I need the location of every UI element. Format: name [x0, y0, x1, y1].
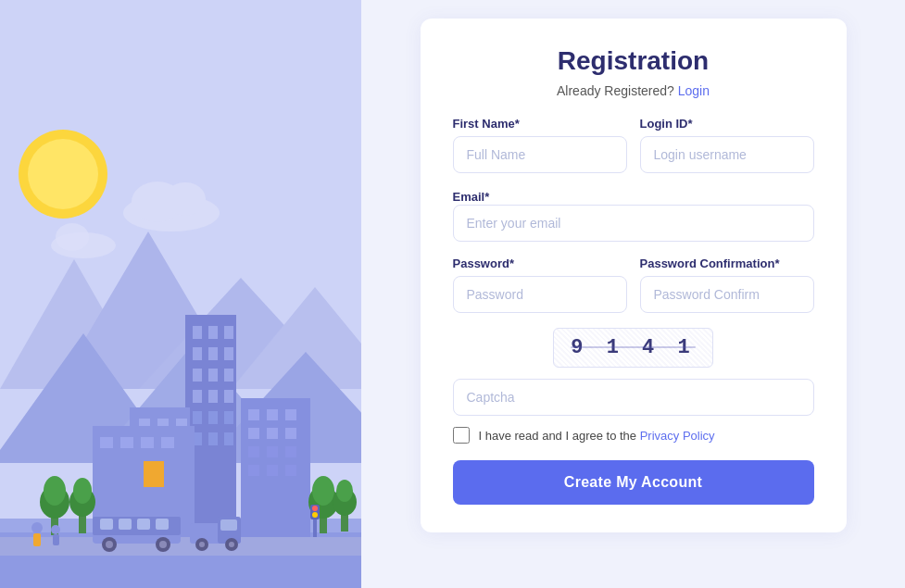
password-confirm-group: Password Confirmation*: [640, 256, 814, 313]
name-login-row: First Name* Login ID*: [453, 117, 814, 173]
svg-point-91: [199, 542, 205, 547]
agree-label: I have read and I agree to the Privacy P…: [479, 429, 715, 443]
captcha-image-area: 9 1 4 1: [453, 328, 814, 368]
svg-point-94: [31, 522, 43, 533]
agree-row: I have read and I agree to the Privacy P…: [453, 427, 814, 444]
svg-rect-36: [224, 432, 233, 445]
svg-rect-82: [156, 519, 169, 530]
login-link[interactable]: Login: [678, 83, 710, 98]
svg-rect-53: [248, 446, 259, 457]
page-title: Registration: [453, 46, 814, 76]
svg-rect-32: [208, 411, 218, 424]
first-name-group: First Name*: [453, 117, 627, 173]
svg-rect-22: [193, 347, 202, 360]
already-registered-text: Already Registered? Login: [453, 83, 814, 98]
registration-form-container: Registration Already Registered? Login F…: [421, 19, 847, 532]
svg-point-7: [56, 223, 89, 251]
svg-rect-24: [224, 347, 233, 360]
svg-rect-48: [267, 409, 278, 420]
svg-rect-47: [248, 409, 259, 420]
svg-rect-25: [193, 369, 202, 382]
svg-rect-23: [208, 347, 218, 360]
svg-rect-30: [224, 390, 233, 403]
svg-rect-64: [161, 437, 174, 448]
svg-point-86: [159, 541, 167, 548]
password-confirm-input[interactable]: [640, 276, 814, 313]
password-row: Password* Password Confirmation*: [453, 256, 814, 313]
captcha-input-group: [453, 379, 814, 416]
svg-rect-21: [224, 326, 233, 339]
password-confirm-label: Password Confirmation*: [640, 256, 814, 270]
svg-rect-50: [248, 428, 259, 439]
svg-rect-56: [248, 465, 259, 476]
captcha-input[interactable]: [453, 379, 814, 416]
captcha-image: 9 1 4 1: [553, 328, 712, 368]
email-group: Email*: [453, 188, 814, 242]
svg-rect-49: [285, 409, 296, 420]
svg-rect-95: [33, 533, 41, 546]
svg-point-73: [312, 476, 334, 506]
svg-point-2: [28, 139, 98, 209]
svg-point-101: [312, 512, 318, 518]
svg-rect-52: [285, 428, 296, 439]
privacy-policy-link[interactable]: Privacy Policy: [640, 429, 715, 443]
svg-rect-61: [100, 437, 113, 448]
svg-rect-81: [137, 519, 150, 530]
login-id-group: Login ID*: [640, 117, 814, 173]
svg-point-5: [165, 182, 206, 216]
svg-rect-31: [193, 411, 202, 424]
password-label: Password*: [453, 256, 627, 270]
svg-rect-57: [267, 465, 278, 476]
email-input[interactable]: [453, 205, 814, 242]
svg-rect-29: [208, 390, 218, 403]
login-id-input[interactable]: [640, 136, 814, 173]
svg-rect-97: [53, 534, 59, 545]
svg-point-76: [336, 480, 353, 502]
svg-rect-62: [120, 437, 133, 448]
form-panel: Registration Already Registered? Login F…: [361, 0, 905, 588]
agree-checkbox[interactable]: [453, 427, 470, 444]
svg-point-96: [51, 525, 60, 534]
svg-rect-20: [208, 326, 218, 339]
svg-rect-28: [193, 390, 202, 403]
password-input[interactable]: [453, 276, 627, 313]
svg-rect-55: [285, 446, 296, 457]
svg-rect-19: [193, 326, 202, 339]
svg-rect-51: [267, 428, 278, 439]
svg-rect-60: [144, 461, 164, 487]
svg-rect-26: [208, 369, 218, 382]
svg-point-70: [73, 478, 92, 504]
svg-rect-35: [208, 432, 218, 445]
login-id-label: Login ID*: [640, 117, 814, 131]
illustration-panel: [0, 0, 361, 588]
svg-point-84: [106, 541, 113, 548]
svg-rect-80: [119, 519, 132, 530]
first-name-input[interactable]: [453, 136, 627, 173]
svg-point-100: [312, 506, 318, 511]
svg-rect-33: [224, 411, 233, 424]
password-group: Password*: [453, 256, 627, 313]
svg-rect-58: [285, 465, 296, 476]
svg-rect-54: [267, 446, 278, 457]
svg-rect-79: [100, 519, 113, 530]
svg-rect-27: [224, 369, 233, 382]
create-account-button[interactable]: Create My Account: [453, 460, 814, 505]
svg-rect-89: [220, 519, 237, 531]
svg-point-67: [44, 476, 66, 506]
email-label: Email*: [453, 190, 490, 204]
first-name-label: First Name*: [453, 117, 627, 131]
svg-rect-63: [141, 437, 154, 448]
svg-point-93: [229, 542, 234, 547]
